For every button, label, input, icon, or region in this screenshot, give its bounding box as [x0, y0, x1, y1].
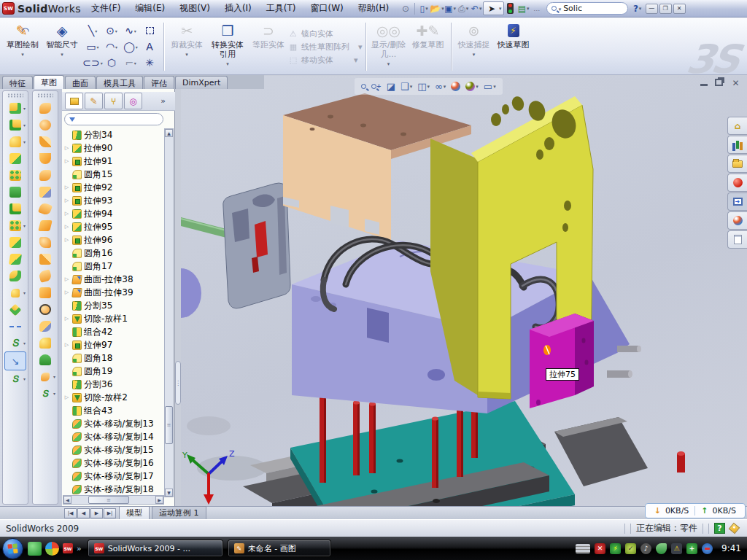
reference-axis-icon[interactable] [6, 318, 25, 335]
parting-surface-icon[interactable] [36, 335, 55, 351]
lofted-boss-icon[interactable] [6, 167, 25, 184]
options-button[interactable]: ▤ [517, 2, 530, 15]
tree-item[interactable]: 组合43 [63, 404, 164, 417]
appearances-icon[interactable] [727, 211, 747, 230]
panel-splitter-grip[interactable]: ⋮ [175, 361, 181, 405]
first-tab-button[interactable]: |◀ [64, 508, 77, 518]
start-button[interactable] [2, 538, 23, 559]
sketch-text-tool[interactable]: A [140, 39, 159, 55]
line-tool[interactable]: ╲▾ [83, 23, 102, 39]
tray-security-alert-icon[interactable]: ✕ [595, 543, 605, 554]
tree-item[interactable]: 实体-移动/复制15 [63, 443, 164, 456]
property-manager-tab-icon[interactable]: ✎ [85, 93, 103, 109]
convert-entities-button[interactable]: ❒ 转换实体引用▾ [206, 20, 249, 74]
sketch-fillet-tool[interactable]: ⌐▾ [121, 55, 140, 71]
sketch-button[interactable]: ✎◠ 草图绘制▾ [3, 20, 42, 74]
tree-item[interactable]: ▷拉伸93 [63, 194, 164, 207]
revolved-boss-icon[interactable]: ▾ [6, 117, 25, 133]
menu-edit[interactable]: 编辑(E) [135, 2, 165, 15]
select-tool-button[interactable]: ➤ [483, 1, 504, 15]
slot-tool[interactable]: ⊂⊃▾ [83, 55, 102, 71]
window-close-button[interactable]: ✕ [673, 4, 686, 14]
curve-tool-icon[interactable]: 𝘚▾ [6, 370, 25, 387]
surface-loft-icon[interactable] [36, 150, 55, 167]
edit-appearance-icon[interactable] [451, 82, 460, 91]
tree-item[interactable]: 圆角17 [63, 260, 164, 273]
model-canvas[interactable]: Y Z X [181, 89, 747, 506]
display-delete-relations-button[interactable]: ◎◎ 显示/删除几...▾ [369, 20, 409, 74]
combine-bodies-icon[interactable] [6, 234, 25, 251]
quick-launch-browser-icon[interactable] [45, 542, 59, 556]
extruded-boss-icon[interactable]: ▾ [6, 100, 25, 117]
view-palette-icon[interactable] [727, 192, 747, 211]
tree-item[interactable]: 圆角19 [63, 365, 164, 378]
taskbar-clock[interactable]: 9:41 [721, 543, 741, 553]
surface-fill-icon[interactable] [36, 251, 55, 268]
tag-icon[interactable] [729, 523, 740, 534]
reference-point-icon[interactable]: ▾ [6, 284, 25, 301]
tree-item[interactable]: 实体-移动/复制18 [63, 483, 164, 496]
polygon-tool[interactable]: ⬡ [102, 55, 121, 71]
repair-sketch-button[interactable]: ✚✎ 修复草图 [409, 20, 448, 74]
surface-boundary-icon[interactable] [36, 167, 55, 184]
tree-item[interactable]: ▷切除-放样2 [63, 391, 164, 404]
tree-item[interactable]: 圆角16 [63, 246, 164, 260]
swept-boss-icon[interactable] [6, 150, 25, 167]
doc-close-button[interactable]: ✕ [730, 79, 741, 88]
zoom-area-icon[interactable]: + [371, 83, 382, 90]
tree-item[interactable]: ▷拉伸91 [63, 155, 164, 168]
search-input[interactable]: Solic [546, 2, 628, 15]
tab-dimxpert[interactable]: DimXpert [175, 76, 228, 89]
feature-manager-tab-icon[interactable] [65, 93, 83, 109]
pin-icon[interactable]: ⊙ [399, 2, 412, 15]
linear-pattern-button[interactable]: ▦线性草图阵列▾ [288, 42, 363, 52]
surface-radiate-icon[interactable] [36, 201, 55, 217]
tab-sketch[interactable]: 草图 [34, 75, 64, 89]
tray-volume-icon[interactable]: ♪ [640, 543, 651, 554]
undo-button[interactable]: ↶ [470, 2, 483, 15]
save-button[interactable]: ▣ [444, 2, 457, 15]
file-explorer-icon[interactable] [727, 155, 747, 173]
quick-launch-antivirus-icon[interactable] [28, 542, 42, 556]
menu-insert[interactable]: 插入(I) [225, 2, 252, 15]
tree-item[interactable]: ▷拉伸97 [63, 338, 164, 351]
tab-mold-tools[interactable]: 模具工具 [96, 76, 143, 89]
move-entities-button[interactable]: ⬚移动实体▾ [288, 55, 363, 66]
tree-item[interactable]: 组合42 [63, 325, 164, 338]
taskbar-app-paint[interactable]: ✎ 未命名 - 画图 [228, 540, 331, 557]
arc-tool[interactable]: ◠▾ [102, 39, 121, 55]
spiral-icon[interactable]: 𝘚▾ [36, 385, 55, 402]
tray-shield-plus-icon[interactable]: + [686, 543, 697, 554]
surface-extend-icon[interactable] [36, 284, 55, 301]
tray-download-manager-icon[interactable] [702, 543, 713, 554]
hole-wizard-icon[interactable] [6, 201, 25, 217]
new-document-button[interactable]: ▯ [417, 2, 430, 15]
surface-untrim-icon[interactable] [36, 318, 55, 335]
quick-launch-solidworks-icon[interactable]: SW [63, 543, 73, 553]
tree-item[interactable]: ▷曲面-拉伸39 [63, 286, 164, 299]
view-settings-icon[interactable]: ▭ [484, 81, 496, 92]
point-tool[interactable]: ✳ [140, 55, 159, 71]
tab-evaluate[interactable]: 评估 [144, 76, 174, 89]
smart-dimension-button[interactable]: ◈ 智能尺寸▾ [42, 20, 82, 74]
tray-update-badge-icon[interactable]: ✓ [625, 543, 636, 554]
surface-offset-icon[interactable] [36, 184, 55, 201]
tray-network-warning-icon[interactable]: ⚠ [671, 543, 682, 554]
rebuild-traffic-light-icon[interactable] [504, 2, 517, 15]
surface-extrude-icon[interactable] [36, 100, 55, 117]
menu-window[interactable]: 窗口(W) [310, 2, 343, 15]
tree-item[interactable]: 分割36 [63, 378, 164, 391]
dimxpert-manager-tab-icon[interactable]: ◎ [124, 93, 142, 109]
section-view-icon[interactable]: ◪ [387, 81, 395, 92]
tree-item[interactable]: 分割35 [63, 299, 164, 312]
tree-item[interactable]: 实体-移动/复制16 [63, 456, 164, 470]
instant3d-active-icon[interactable]: ↘ [4, 351, 26, 370]
last-tab-button[interactable]: ▶| [104, 508, 116, 518]
rapid-sketch-button[interactable]: ⚡ 快速草图 [494, 20, 533, 74]
taskbar-app-solidworks[interactable]: SW SolidWorks 2009 - ... [88, 540, 223, 557]
configuration-manager-tab-icon[interactable]: ⑂ [104, 93, 123, 109]
tree-item[interactable]: ▷拉伸96 [63, 233, 164, 246]
helix-icon[interactable]: 𝘚▾ [6, 335, 25, 351]
surface-revolve-icon[interactable] [36, 117, 55, 133]
next-tab-button[interactable]: ▶ [90, 508, 103, 518]
